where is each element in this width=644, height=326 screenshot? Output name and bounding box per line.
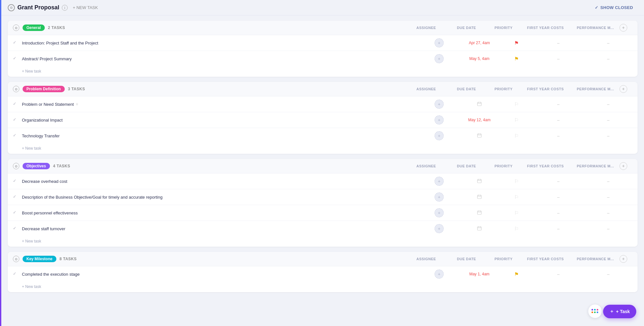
task-duedate[interactable]	[458, 102, 500, 107]
task-assignee[interactable]: +	[420, 270, 458, 279]
task-name: Abstract/ Project Summary	[22, 56, 420, 61]
floating-task-button[interactable]: ＋ + Task	[603, 305, 636, 318]
task-assignee[interactable]: +	[420, 38, 458, 47]
avatar-placeholder[interactable]: +	[435, 270, 444, 279]
task-duedate[interactable]	[458, 133, 500, 139]
task-row[interactable]: ✓ Description of the Business Objective/…	[8, 189, 638, 205]
priority-flag: ⚑	[514, 40, 519, 46]
avatar-placeholder[interactable]: +	[435, 115, 444, 124]
task-duedate[interactable]	[458, 194, 500, 200]
priority-flag: ⚐	[514, 117, 519, 123]
task-menu-icon[interactable]: ≡	[76, 102, 78, 106]
avatar-placeholder[interactable]: +	[435, 54, 444, 63]
section-task-count-problem: 3 TASKS	[68, 87, 85, 91]
avatar-plus-icon: +	[438, 133, 440, 138]
new-task-row-problem[interactable]: + New task	[8, 143, 638, 154]
add-column-button-general[interactable]: ＋	[620, 24, 627, 32]
task-duedate[interactable]	[458, 210, 500, 216]
section-toggle-milestone[interactable]: ⊙	[13, 256, 19, 262]
task-priority[interactable]: ⚐	[500, 210, 533, 216]
task-priority[interactable]: ⚐	[500, 226, 533, 232]
show-closed-button[interactable]: ✓ SHOW CLOSED	[590, 3, 638, 12]
task-duedate[interactable]: May 12, 4am	[458, 118, 500, 122]
task-assignee[interactable]: +	[420, 54, 458, 63]
left-bar	[0, 0, 1, 326]
col-assignee-problem: ASSIGNEE	[407, 87, 446, 91]
task-priority[interactable]: ⚐	[500, 133, 533, 139]
task-priority[interactable]: ⚐	[500, 101, 533, 107]
task-assignee[interactable]: +	[420, 177, 458, 186]
avatar-placeholder[interactable]: +	[435, 38, 444, 47]
priority-flag: ⚑	[514, 56, 519, 62]
add-column-button-problem[interactable]: ＋	[620, 85, 627, 93]
task-duedate[interactable]	[458, 179, 500, 184]
section-toggle-objectives[interactable]: ⊙	[13, 163, 19, 169]
task-firstyear: –	[533, 102, 584, 107]
task-row[interactable]: ✓ Problem or Need Statement ≡ + ⚐	[8, 96, 638, 112]
col-firstyear-general: FIRST YEAR COSTS	[520, 26, 571, 30]
col-performance-general: PERFORMANCE M...	[571, 26, 620, 30]
task-name: Completed the execution stage	[22, 272, 420, 277]
task-row[interactable]: ✓ Introduction: Project Staff and the Pr…	[8, 35, 638, 51]
new-task-row-objectives[interactable]: + New task	[8, 236, 638, 247]
new-task-header-button[interactable]: + NEW TASK	[70, 4, 101, 11]
task-row[interactable]: ✓ Boost personnel effectiveness + ⚐	[8, 205, 638, 221]
task-name: Introduction: Project Staff and the Proj…	[22, 41, 420, 45]
task-firstyear: –	[533, 133, 584, 138]
add-column-button-objectives[interactable]: ＋	[620, 162, 627, 170]
new-task-row-general[interactable]: + New task	[8, 66, 638, 77]
circle-down-icon: ⊙	[10, 6, 13, 9]
task-priority[interactable]: ⚐	[500, 194, 533, 200]
task-name: Technology Transfer	[22, 133, 420, 138]
avatar-placeholder[interactable]: +	[435, 208, 444, 217]
task-priority[interactable]: ⚐	[500, 178, 533, 184]
task-row[interactable]: ✓ Organizational Impact + May 12, 4am ⚐ …	[8, 112, 638, 128]
task-duedate[interactable]: May 1, 4am	[458, 272, 500, 276]
task-assignee[interactable]: +	[420, 208, 458, 217]
add-column-button-milestone[interactable]: ＋	[620, 255, 627, 263]
task-assignee[interactable]: +	[420, 193, 458, 202]
task-assignee[interactable]: +	[420, 131, 458, 140]
task-priority[interactable]: ⚑	[500, 271, 533, 277]
task-assignee[interactable]: +	[420, 100, 458, 109]
task-row[interactable]: ✓ Decrease overhead cost + ⚐ –	[8, 173, 638, 189]
task-priority[interactable]: ⚑	[500, 56, 533, 62]
section-badge-problem[interactable]: Problem Definition	[23, 86, 65, 92]
task-assignee[interactable]: +	[420, 224, 458, 233]
task-duedate[interactable]: Apr 27, 4am	[458, 41, 500, 45]
task-performance: –	[584, 226, 632, 231]
avatar-placeholder[interactable]: +	[435, 224, 444, 233]
floating-task-plus: ＋	[610, 309, 614, 314]
avatar-placeholder[interactable]: +	[435, 100, 444, 109]
section-badge-general[interactable]: General	[23, 25, 45, 31]
new-task-row-milestone[interactable]: + New task	[8, 282, 638, 292]
project-toggle-button[interactable]: ⊙	[8, 4, 15, 11]
task-row[interactable]: ✓ Technology Transfer + ⚐ –	[8, 128, 638, 143]
checkmark-icon: ✓	[595, 5, 598, 10]
task-duedate[interactable]: May 5, 4am	[458, 56, 500, 61]
avatar-placeholder[interactable]: +	[435, 177, 444, 186]
task-row[interactable]: ✓ Decrease staff turnover + ⚐ –	[8, 221, 638, 236]
grid-dots-button[interactable]	[588, 304, 602, 318]
task-priority[interactable]: ⚐	[500, 117, 533, 123]
priority-flag: ⚑	[514, 271, 519, 277]
task-duedate[interactable]	[458, 226, 500, 232]
task-row[interactable]: ✓ Completed the execution stage + May 1,…	[8, 266, 638, 282]
task-priority[interactable]: ⚑	[500, 40, 533, 46]
section-task-count-general: 2 TASKS	[48, 25, 65, 30]
task-due-date: Apr 27, 4am	[469, 41, 490, 45]
task-name: Description of the Business Objective/Go…	[22, 195, 420, 200]
info-icon[interactable]: i	[62, 5, 68, 11]
section-toggle-problem[interactable]: ⊙	[13, 86, 19, 92]
section-badge-milestone[interactable]: Key Milestone	[23, 256, 56, 262]
col-priority-objectives: PRIORITY	[487, 164, 520, 168]
task-assignee[interactable]: +	[420, 115, 458, 124]
task-firstyear: –	[533, 226, 584, 231]
section-badge-objectives[interactable]: Objectives	[23, 163, 50, 169]
avatar-placeholder[interactable]: +	[435, 131, 444, 140]
avatar-placeholder[interactable]: +	[435, 193, 444, 202]
section-toggle-general[interactable]: ⊙	[13, 25, 19, 31]
task-due-date-icon	[477, 102, 482, 107]
task-row[interactable]: ✓ Abstract/ Project Summary + May 5, 4am…	[8, 51, 638, 66]
task-due-date-icon	[477, 211, 482, 216]
